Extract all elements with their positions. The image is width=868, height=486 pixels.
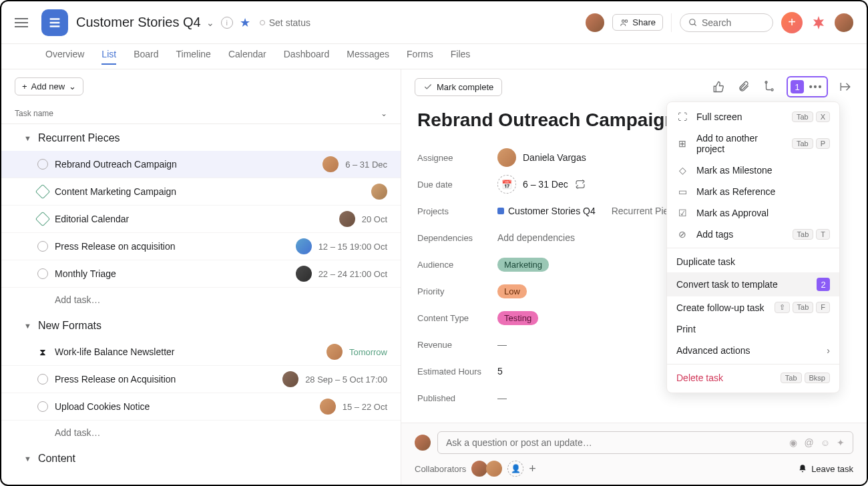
add-new-button[interactable]: + Add new ⌄ [15, 77, 83, 95]
hamburger-menu[interactable] [15, 15, 31, 31]
menu-item[interactable]: ⛶Full screenTabX [667, 106, 839, 128]
dependencies-value[interactable]: Add dependencies [497, 232, 575, 243]
assignee-avatar[interactable] [282, 371, 298, 387]
assignee-avatar[interactable] [296, 266, 312, 282]
close-panel-icon[interactable] [837, 79, 853, 95]
collaborator-avatar[interactable] [486, 461, 502, 477]
menu-item[interactable]: Create follow-up task⇧TabF [667, 296, 839, 318]
member-avatar[interactable] [586, 13, 604, 32]
add-task-button[interactable]: Add task… [1, 288, 401, 312]
user-avatar[interactable] [835, 13, 853, 32]
star-reaction-icon[interactable]: ✦ [837, 437, 845, 448]
star-icon[interactable]: ★ [240, 15, 250, 30]
tab-timeline[interactable]: Timeline [176, 49, 211, 65]
attachment-icon[interactable] [736, 79, 752, 95]
tab-messages[interactable]: Messages [347, 49, 389, 65]
menu-item-advanced[interactable]: Advanced actions› [667, 340, 839, 361]
add-collaborator-placeholder[interactable]: 👤 [507, 461, 523, 477]
record-icon[interactable]: ◉ [789, 437, 797, 448]
tab-list[interactable]: List [101, 49, 116, 65]
add-task-button[interactable]: Add task… [1, 421, 401, 445]
due-date-value[interactable]: 📅 6 – 31 Dec [497, 175, 586, 194]
task-row[interactable]: Monthly Triage22 – 24 21:00 Oct [1, 260, 401, 288]
tab-files[interactable]: Files [451, 49, 471, 65]
collaborator-avatar[interactable] [471, 461, 487, 477]
assignee-avatar[interactable] [296, 238, 312, 254]
assignee-avatar[interactable] [339, 211, 355, 227]
tab-dashboard[interactable]: Dashboard [284, 49, 330, 65]
projects-value[interactable]: Customer Stories Q4 Recurrent Pie [497, 206, 668, 216]
menu-item[interactable]: ☑Mark as Approval [667, 202, 839, 224]
section-title[interactable]: Recurrent Pieces [38, 132, 120, 144]
published-value[interactable]: — [497, 393, 507, 403]
svg-line-6 [694, 23, 696, 25]
project-title[interactable]: Customer Stories Q4 [76, 15, 201, 30]
audience-tag[interactable]: Marketing [497, 258, 549, 272]
task-name: Press Release on Acquisition [55, 374, 276, 385]
column-chevron-icon[interactable]: ⌄ [381, 109, 387, 118]
tab-calendar[interactable]: Calendar [228, 49, 266, 65]
emoji-icon[interactable]: ☺ [821, 437, 830, 448]
task-row[interactable]: Rebrand Outreach Campaign6 – 31 Dec [1, 151, 401, 178]
tab-board[interactable]: Board [134, 49, 158, 65]
search-icon [688, 18, 698, 27]
menu-item[interactable]: Duplicate task [667, 251, 839, 272]
search-input[interactable]: Search [680, 13, 773, 32]
section-toggle-icon[interactable]: ▼ [24, 455, 31, 463]
tab-overview[interactable]: Overview [45, 49, 84, 65]
task-row[interactable]: ⧗Work-life Balance NewsletterTomorrow [1, 338, 401, 366]
priority-tag[interactable]: Low [497, 284, 527, 298]
complete-check-icon[interactable] [37, 401, 48, 412]
task-date: 15 – 22 Oct [343, 402, 387, 412]
celebration-icon[interactable] [811, 15, 827, 31]
menu-item[interactable]: Convert task to template2 [667, 272, 839, 296]
set-status-button[interactable]: Set status [260, 17, 310, 28]
menu-item[interactable]: ⊘Add tagsTabT [667, 224, 839, 245]
menu-item-delete[interactable]: Delete taskTabBksp [667, 367, 839, 389]
add-collaborator-button[interactable]: + [529, 462, 536, 476]
calendar-icon: 📅 [497, 175, 516, 194]
mark-complete-button[interactable]: Mark complete [415, 78, 502, 96]
menu-item[interactable]: ▭Mark as Reference [667, 181, 839, 202]
task-row[interactable]: Content Marketing Campaign [1, 178, 401, 206]
leave-task-button[interactable]: Leave task [798, 464, 853, 474]
assignee-avatar[interactable] [322, 156, 339, 172]
section-toggle-icon[interactable]: ▼ [24, 322, 31, 330]
mention-icon[interactable]: @ [804, 437, 813, 448]
menu-item[interactable]: Print [667, 318, 839, 340]
task-row[interactable]: Press Release on acquisition12 – 15 19:0… [1, 233, 401, 260]
section-title[interactable]: Content [38, 453, 75, 465]
tab-forms[interactable]: Forms [407, 49, 433, 65]
milestone-icon[interactable] [35, 184, 51, 200]
assignee-value[interactable]: Daniela Vargas [497, 148, 586, 167]
hourglass-icon[interactable]: ⧗ [37, 346, 48, 357]
task-row[interactable]: Editorial Calendar20 Oct [1, 206, 401, 233]
comment-input[interactable]: Ask a question or post an update… ◉ @ ☺ … [437, 431, 853, 454]
assignee-avatar[interactable] [371, 184, 387, 200]
subtask-icon[interactable] [761, 79, 777, 95]
hours-value[interactable]: 5 [497, 366, 503, 377]
assignee-avatar[interactable] [327, 344, 343, 360]
menu-item[interactable]: ⊞Add to another projectTabP [667, 128, 839, 160]
project-chevron-icon[interactable]: ⌄ [206, 17, 214, 28]
assignee-avatar[interactable] [320, 399, 336, 415]
complete-check-icon[interactable] [37, 159, 48, 170]
milestone-icon[interactable] [35, 212, 51, 227]
revenue-value[interactable]: — [497, 339, 507, 350]
share-button[interactable]: Share [612, 14, 663, 31]
like-icon[interactable] [710, 79, 726, 95]
section-toggle-icon[interactable]: ▼ [24, 134, 31, 142]
task-row[interactable]: Press Release on Acquisition28 Sep – 5 O… [1, 366, 401, 393]
section-title[interactable]: New Formats [38, 320, 101, 332]
info-icon[interactable]: i [221, 17, 233, 29]
menu-item[interactable]: ◇Mark as Milestone [667, 160, 839, 181]
complete-check-icon[interactable] [37, 268, 48, 279]
complete-check-icon[interactable] [37, 374, 48, 385]
global-add-button[interactable]: + [781, 12, 803, 33]
task-row[interactable]: Upload Cookies Notice15 – 22 Oct [1, 393, 401, 421]
content-type-tag[interactable]: Testing [497, 311, 538, 325]
more-actions-button[interactable]: ••• [808, 79, 824, 95]
task-name: Monthly Triage [55, 268, 289, 279]
content-type-label: Content Type [417, 313, 497, 323]
complete-check-icon[interactable] [37, 241, 48, 252]
